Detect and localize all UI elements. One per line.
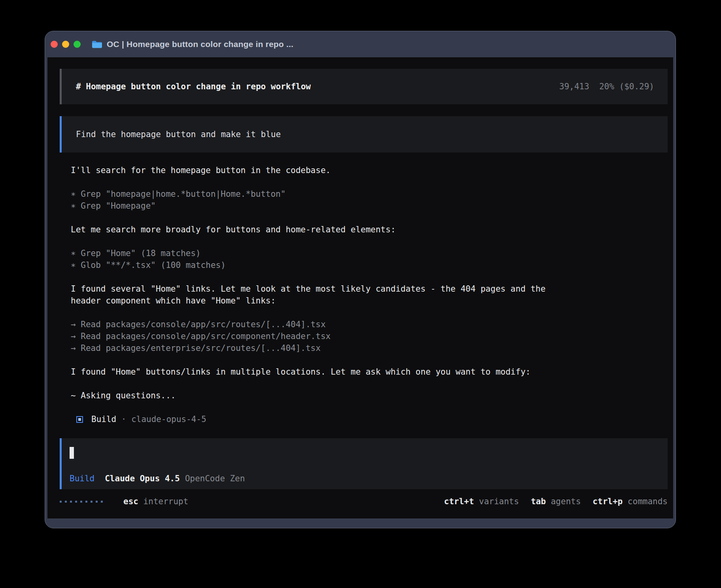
hint-ctrl-p: ctrl+p commands (593, 496, 668, 507)
app-window: OC | Homepage button color change in rep… (45, 31, 676, 528)
zoom-window-button[interactable] (74, 41, 81, 48)
hint-ctrl-t: ctrl+t variants (444, 496, 519, 507)
terminal-viewport[interactable]: # Homepage button color change in repo w… (47, 57, 673, 518)
desktop-background: OC | Homepage button color change in rep… (0, 0, 721, 588)
prompt-input[interactable]: Build Claude Opus 4.5 OpenCode Zen (60, 438, 668, 489)
traffic-lights (51, 41, 81, 48)
active-agent-label[interactable]: Build (70, 473, 94, 484)
message-tool: → Read packages/console/app/src/routes/[… (71, 318, 665, 354)
session-title: # Homepage button color change in repo w… (76, 81, 311, 92)
user-message-text: Find the homepage button and make it blu… (76, 128, 281, 140)
assistant-text-line: I'll search for the homepage button in t… (71, 164, 665, 176)
agent-build-icon (76, 416, 83, 423)
model-status-line: Build Claude Opus 4.5 OpenCode Zen (70, 473, 668, 484)
provider-label: OpenCode Zen (185, 473, 245, 484)
text-cursor (70, 447, 74, 459)
assistant-text-line: I found "Home" buttons/links in multiple… (71, 366, 665, 378)
assistant-text-line: I found several "Home" links. Let me loo… (71, 283, 665, 295)
tool-call-line: → Read packages/console/app/src/componen… (71, 330, 665, 342)
tool-call-line: ∗ Grep "homepage|home.*button|Home.*butt… (71, 188, 665, 200)
statusbar-hints: ctrl+t variantstab agentsctrl+p commands (444, 496, 668, 507)
message-text: I'll search for the homepage button in t… (71, 164, 665, 176)
message-tool: ∗ Grep "homepage|home.*button|Home.*butt… (71, 188, 665, 212)
status-bar-left: esc interrupt (60, 496, 188, 507)
message-text: Let me search more broadly for buttons a… (71, 224, 665, 236)
tool-call-line: ∗ Glob "**/*.tsx" (100 matches) (71, 259, 665, 271)
message-agent: Build · claude-opus-4-5 (71, 413, 665, 425)
tool-call-line: ∗ Grep "Home" (18 matches) (71, 247, 665, 259)
minimize-window-button[interactable] (62, 41, 69, 48)
assistant-text-line: Let me search more broadly for buttons a… (71, 224, 665, 236)
message-tool: ∗ Grep "Home" (18 matches)∗ Glob "**/*.t… (71, 247, 665, 271)
folder-icon (92, 40, 102, 49)
message-text: ~ Asking questions... (71, 390, 665, 401)
tool-call-line: ∗ Grep "Homepage" (71, 200, 665, 212)
close-window-button[interactable] (51, 41, 58, 48)
window-titlebar[interactable]: OC | Homepage button color change in rep… (45, 31, 676, 57)
hint-tab: tab agents (531, 496, 581, 507)
window-title: OC | Homepage button color change in rep… (107, 40, 293, 49)
tool-call-line: → Read packages/enterprise/src/routes/[.… (71, 342, 665, 354)
status-bar: esc interrupt ctrl+t variantstab agentsc… (60, 496, 668, 507)
hint-esc: esc interrupt (123, 496, 188, 507)
agent-model: · claude-opus-4-5 (116, 413, 206, 425)
session-header-block: # Homepage button color change in repo w… (60, 69, 668, 104)
spinner-dots-icon (60, 501, 103, 503)
assistant-text-line: ~ Asking questions... (71, 390, 665, 401)
message-text: I found several "Home" links. Let me loo… (71, 283, 665, 307)
active-model-label[interactable]: Claude Opus 4.5 (105, 473, 180, 484)
message-list: I'll search for the homepage button in t… (71, 164, 665, 425)
assistant-text-line: header component which have "Home" links… (71, 295, 665, 307)
titlebar-title-group: OC | Homepage button color change in rep… (92, 40, 293, 49)
agent-name: Build (91, 413, 116, 425)
user-message-block: Find the homepage button and make it blu… (60, 116, 668, 153)
session-token-stats: 39,413 20% ($0.29) (559, 81, 654, 92)
message-text: I found "Home" buttons/links in multiple… (71, 366, 665, 378)
tool-call-line: → Read packages/console/app/src/routes/[… (71, 318, 665, 330)
